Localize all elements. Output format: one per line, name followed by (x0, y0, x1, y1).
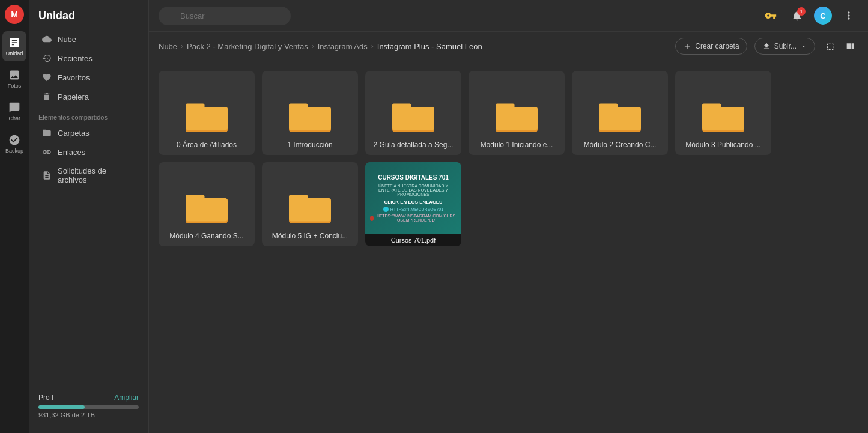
sidebar-nav-solicitudes[interactable]: Solicitudes de archivos (32, 162, 145, 189)
breadcrumb-bar: Nube › Pack 2 - Marketing Digital y Vent… (149, 32, 868, 61)
icon-bar: M Unidad Fotos Chat Backup (0, 0, 29, 433)
storage-info: 931,32 GB de 2 TB (38, 411, 139, 419)
sidebar-nav-favoritos[interactable]: Favoritos (32, 68, 145, 87)
file-card-folder6[interactable]: Módulo 3 Publicando ... (675, 71, 771, 155)
create-folder-button[interactable]: Crear carpeta (675, 38, 747, 55)
svg-rect-15 (599, 107, 641, 130)
topbar-right: 1 C (761, 6, 858, 25)
breadcrumb: Nube › Pack 2 - Marketing Digital y Vent… (159, 42, 482, 51)
file-name-folder8: Módulo 5 IG + Conclu... (268, 229, 352, 240)
file-card-folder4[interactable]: Módulo 1 Iniciando e... (469, 71, 565, 155)
plan-name: Pro I (38, 393, 53, 402)
file-name-folder4: Módulo 1 Iniciando e... (475, 138, 559, 149)
pdf-filename: Cursos 701.pdf (365, 234, 461, 246)
grid-view-button[interactable] (842, 38, 858, 55)
main-content: 1 C Nube › Pack 2 - Marketing Digital y … (149, 0, 868, 433)
sidebar-item-chat[interactable]: Chat (2, 96, 26, 126)
svg-rect-9 (392, 107, 434, 130)
app-logo[interactable]: M (5, 5, 24, 24)
breadcrumb-instagram-plus[interactable]: Instagram Plus - Samuel Leon (377, 42, 482, 51)
sidebar-item-fotos[interactable]: Fotos (2, 64, 26, 94)
menu-button[interactable] (839, 6, 858, 25)
file-card-folder8[interactable]: Módulo 5 IG + Conclu... (262, 162, 358, 246)
breadcrumb-instagram-ads[interactable]: Instagram Ads (318, 42, 368, 51)
file-card-folder3[interactable]: 2 Guía detallada a Seg... (365, 71, 461, 155)
file-name-folder1: 0 Área de Afiliados (165, 138, 249, 149)
pdf-thumb-subtitle: ÚNETE A NUESTRA COMUNIDAD Y ENTERATE DE … (370, 183, 457, 198)
svg-rect-12 (496, 107, 538, 130)
file-card-pdf1[interactable]: CURSOS DIGITALES 701 ÚNETE A NUESTRA COM… (365, 162, 461, 246)
file-name-folder5: Módulo 2 Creando C... (578, 138, 662, 149)
svg-rect-3 (186, 107, 228, 130)
file-name-folder6: Módulo 3 Publicando ... (681, 138, 765, 149)
file-card-folder2[interactable]: 1 Introducción (262, 71, 358, 155)
search-input[interactable] (159, 7, 291, 25)
sidebar-nav-carpetas[interactable]: Carpetas (32, 123, 145, 142)
breadcrumb-nube[interactable]: Nube (159, 42, 177, 51)
breadcrumb-sep-3: › (371, 42, 374, 50)
files-area: 0 Área de Afiliados 1 Introducción 2 Guí… (149, 61, 868, 433)
breadcrumb-sep-2: › (312, 42, 314, 50)
sidebar-title: Unidad (29, 7, 148, 29)
shared-section-label: Elementos compartidos (29, 106, 148, 123)
pdf-thumbnail: CURSOS DIGITALES 701 ÚNETE A NUESTRA COM… (365, 162, 461, 234)
file-name-folder7: Módulo 4 Ganando S... (165, 229, 249, 240)
pdf-thumb-title: CURSOS DIGITALES 701 (378, 174, 449, 181)
breadcrumb-pack2[interactable]: Pack 2 - Marketing Digital y Ventas (187, 42, 308, 51)
file-card-folder5[interactable]: Módulo 2 Creando C... (572, 71, 668, 155)
sidebar-nav-papelera[interactable]: Papelera (32, 87, 145, 106)
svg-rect-24 (289, 198, 331, 222)
search-wrapper (159, 7, 507, 25)
file-card-folder7[interactable]: Módulo 4 Ganando S... (159, 162, 255, 246)
topbar: 1 C (149, 0, 868, 32)
breadcrumb-sep-1: › (181, 42, 183, 50)
keys-button[interactable] (761, 6, 780, 25)
file-name-folder2: 1 Introducción (268, 138, 352, 149)
avatar[interactable]: C (814, 7, 832, 25)
breadcrumb-actions: Crear carpeta Subir... (675, 38, 858, 55)
sidebar-nav-enlaces[interactable]: Enlaces (32, 142, 145, 162)
svg-rect-6 (289, 107, 331, 130)
view-icons (822, 38, 858, 55)
storage-progress-fill (38, 405, 85, 409)
sidebar-footer: Pro I Ampliar 931,32 GB de 2 TB (29, 386, 148, 426)
sidebar-nav-nube[interactable]: Nube (32, 29, 145, 49)
files-grid: 0 Área de Afiliados 1 Introducción 2 Guí… (159, 71, 858, 246)
list-view-button[interactable] (822, 38, 839, 55)
upload-button[interactable]: Subir... (754, 38, 815, 55)
notification-badge: 1 (797, 7, 806, 16)
sidebar-item-backup[interactable]: Backup (2, 129, 26, 159)
notification-button[interactable]: 1 (788, 6, 807, 25)
storage-progress-bar (38, 405, 139, 409)
file-card-folder1[interactable]: 0 Área de Afiliados (159, 71, 255, 155)
svg-rect-18 (702, 107, 744, 130)
plan-upgrade-link[interactable]: Ampliar (114, 393, 139, 402)
file-name-folder3: 2 Guía detallada a Seg... (371, 138, 455, 149)
svg-rect-21 (186, 198, 228, 222)
sidebar-nav-recientes[interactable]: Recientes (32, 49, 145, 68)
plan-info: Pro I Ampliar (38, 393, 139, 402)
sidebar: Unidad Nube Recientes Favoritos Papelera… (29, 0, 149, 433)
sidebar-item-unidad[interactable]: Unidad (2, 31, 26, 61)
